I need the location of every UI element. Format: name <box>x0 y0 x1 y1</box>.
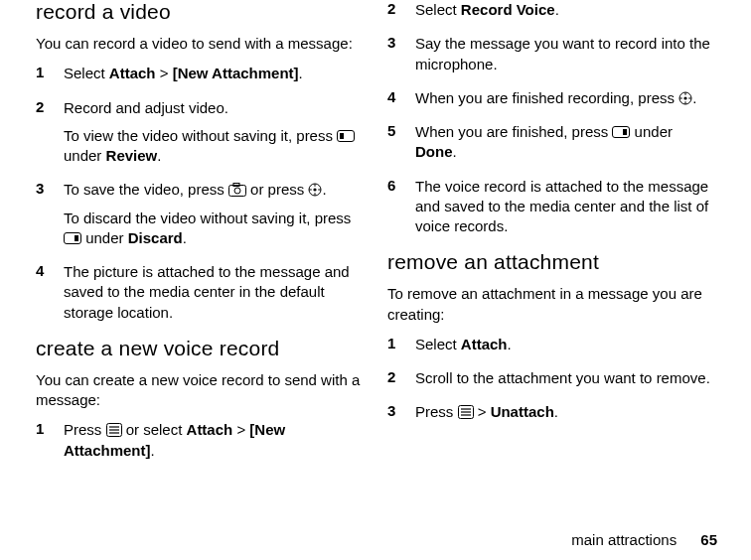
step-text: When you are finished, press under Done. <box>415 122 715 163</box>
step-text: Scroll to the attachment you want to rem… <box>415 368 715 388</box>
intro-create-voice-record: You can create a new voice record to sen… <box>36 370 364 411</box>
softkey-right-icon <box>64 232 81 244</box>
step-text: Press > Unattach. <box>415 402 715 422</box>
step-text: To view the video without saving it, pre… <box>64 126 364 167</box>
camera-icon <box>228 183 246 197</box>
step: 4The picture is attached to the message … <box>36 262 364 331</box>
step: 2Record and adjust video.To view the vid… <box>36 98 364 175</box>
step-number: 1 <box>387 335 415 362</box>
footer-page-number: 65 <box>700 531 717 548</box>
svg-rect-24 <box>623 129 627 135</box>
step-text: Press or select Attach > [New Attachment… <box>64 420 364 461</box>
step-number: 2 <box>387 0 415 28</box>
nav-center-icon <box>678 91 692 105</box>
step-body: Press > Unattach. <box>415 402 715 430</box>
steps-remove-attachment: 1Select Attach.2Scroll to the attachment… <box>387 335 715 431</box>
step-text: Say the message you want to record into … <box>415 34 715 74</box>
page-footer: main attractions 65 <box>571 531 717 548</box>
svg-point-6 <box>314 189 317 192</box>
step: 1Select Attach > [New Attachment]. <box>36 64 364 91</box>
step: 6The voice record is attached to the mes… <box>387 177 715 245</box>
step-text: When you are finished recording, press . <box>415 88 715 108</box>
step: 3Say the message you want to record into… <box>387 34 715 82</box>
step-number: 4 <box>387 88 415 116</box>
step-body: Record and adjust video.To view the vide… <box>64 98 364 175</box>
step: 1Select Attach. <box>387 335 715 362</box>
step-number: 3 <box>387 34 415 82</box>
step-body: To save the video, press or press .To di… <box>64 180 364 256</box>
step-number: 1 <box>36 64 64 91</box>
step-body: Press or select Attach > [New Attachment… <box>64 420 364 469</box>
steps-voice-record-continued: 2Select Record Voice.3Say the message yo… <box>387 0 715 244</box>
step-number: 2 <box>36 98 64 175</box>
menu-icon <box>458 405 474 419</box>
step-number: 4 <box>36 262 64 331</box>
heading-remove-attachment: remove an attachment <box>387 250 715 274</box>
step-body: When you are finished, press under Done. <box>415 122 715 171</box>
step: 3Press > Unattach. <box>387 402 715 430</box>
step: 4When you are finished recording, press … <box>387 88 715 116</box>
step-number: 3 <box>36 180 64 256</box>
svg-rect-1 <box>340 133 344 139</box>
step-body: When you are finished recording, press . <box>415 88 715 116</box>
step-body: Select Attach > [New Attachment]. <box>64 64 364 91</box>
svg-point-4 <box>234 188 240 194</box>
step-number: 5 <box>387 122 415 171</box>
nav-center-icon <box>308 183 322 197</box>
step-text: To discard the video without saving it, … <box>64 209 364 249</box>
step-text: To save the video, press or press . <box>64 180 364 200</box>
steps-record-video: 1Select Attach > [New Attachment].2Recor… <box>36 64 364 331</box>
footer-section: main attractions <box>571 531 676 548</box>
step-body: Select Attach. <box>415 335 715 362</box>
step-number: 2 <box>387 368 415 396</box>
step-text: Select Attach > [New Attachment]. <box>64 64 364 83</box>
step-number: 1 <box>36 420 64 469</box>
step-body: Say the message you want to record into … <box>415 34 715 82</box>
intro-remove-attachment: To remove an attachment in a message you… <box>387 284 715 325</box>
step-number: 3 <box>387 402 415 430</box>
step: 2Select Record Voice. <box>387 0 715 28</box>
heading-record-video: record a video <box>36 0 364 24</box>
steps-create-voice-record: 1Press or select Attach > [New Attachmen… <box>36 420 364 469</box>
step-text: The voice record is attached to the mess… <box>415 177 715 237</box>
svg-point-18 <box>684 96 687 99</box>
step-number: 6 <box>387 177 415 245</box>
step-text: Record and adjust video. <box>64 98 364 118</box>
menu-icon <box>106 423 122 437</box>
step-text: The picture is attached to the message a… <box>64 262 364 323</box>
svg-rect-12 <box>75 235 78 241</box>
step-body: Select Record Voice. <box>415 0 715 28</box>
softkey-right-icon <box>612 126 630 138</box>
step: 2Scroll to the attachment you want to re… <box>387 368 715 396</box>
step-text: Select Record Voice. <box>415 0 715 20</box>
softkey-left-icon <box>337 130 355 142</box>
step-text: Select Attach. <box>415 335 715 354</box>
step-body: Scroll to the attachment you want to rem… <box>415 368 715 396</box>
intro-record-video: You can record a video to send with a me… <box>36 34 364 54</box>
step-body: The voice record is attached to the mess… <box>415 177 715 245</box>
step: 3To save the video, press or press .To d… <box>36 180 364 256</box>
step-body: The picture is attached to the message a… <box>64 262 364 331</box>
step: 5When you are finished, press under Done… <box>387 122 715 171</box>
step: 1Press or select Attach > [New Attachmen… <box>36 420 364 469</box>
svg-rect-2 <box>228 186 245 197</box>
heading-create-voice-record: create a new voice record <box>36 337 364 360</box>
